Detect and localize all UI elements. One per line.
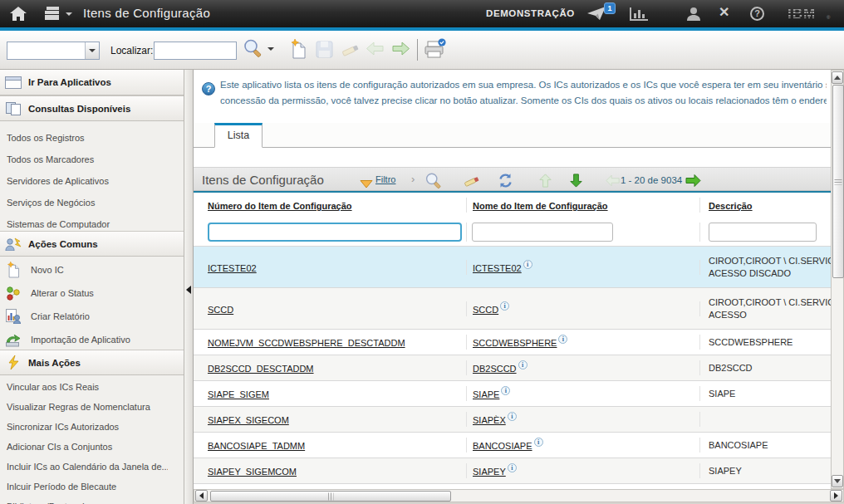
ci-number-link[interactable]: SIAPEX_SIGECOM — [208, 415, 289, 425]
table-row[interactable]: BANCOSIAPE_TADMM BANCOSIAPE BANCOSIAPE — [194, 432, 831, 458]
combo-dropdown-button[interactable] — [85, 42, 99, 59]
column-header-descricao[interactable]: Descrição — [709, 201, 753, 211]
sidebar-item-todos-os-marcadores[interactable]: Todos os Marcadores — [0, 149, 184, 170]
action-incluir-ics-calendario[interactable]: Incluir ICs ao Calendário da Janela de..… — [0, 457, 168, 477]
search-options-chevron-icon[interactable] — [267, 47, 274, 51]
next-page-icon[interactable] — [685, 173, 701, 192]
sidebar: Ir Para Aplicativos Consultas Disponívei… — [0, 70, 184, 504]
applications-menu-icon[interactable] — [43, 7, 61, 23]
scroll-left-button[interactable] — [195, 490, 208, 502]
ci-name-link[interactable]: DB2SCCD — [473, 364, 517, 374]
move-row-down-icon[interactable] — [568, 173, 584, 192]
scroll-right-button[interactable] — [830, 490, 842, 502]
scroll-down-button[interactable] — [832, 475, 843, 487]
ci-number-link[interactable]: NOMEJVM_SCCDWEBSPHERE_DESCTADDM — [208, 338, 405, 348]
action-incluir-periodo-blecaute[interactable]: Inlcuir Período de Blecaute — [0, 477, 168, 497]
new-record-icon[interactable] — [289, 39, 307, 62]
row-info-icon[interactable] — [518, 360, 528, 369]
sidebar-section-go-to-applications[interactable]: Ir Para Aplicativos — [0, 70, 184, 95]
row-info-icon[interactable] — [508, 463, 517, 472]
table-row[interactable]: ICTESTE02 ICTESTE02 CIROOT,CIROOT \ CI.S… — [194, 246, 831, 287]
table-row[interactable]: DB2SCCD_DESCTADDM DB2SCCD DB2SCCD — [194, 355, 831, 380]
filter-triangle-icon[interactable] — [360, 177, 373, 192]
table-row-partial[interactable] — [194, 483, 831, 489]
column-header-numero[interactable]: Número do Item de Configuração — [208, 201, 352, 211]
table-search-icon[interactable] — [424, 172, 442, 193]
ci-number-link[interactable]: SIAPEY_SIGEMCOM — [208, 467, 297, 477]
previous-record-icon[interactable] — [366, 40, 385, 61]
scrollbar-thumb[interactable] — [210, 491, 451, 502]
ci-number-link[interactable]: SCCD — [208, 305, 233, 315]
help-icon[interactable]: ? — [750, 7, 764, 21]
action-criar-relatorio[interactable]: Criar Relatório — [0, 305, 184, 328]
sidebar-section-more-actions[interactable]: Mais Ações — [0, 350, 184, 375]
sidebar-item-todos-os-registros[interactable]: Todos os Registros — [0, 127, 184, 149]
previous-page-icon[interactable] — [606, 174, 621, 191]
row-info-icon[interactable] — [508, 412, 517, 421]
ci-number-link[interactable]: ICTESTE02 — [208, 263, 257, 273]
application-window: Itens de Configuração DEMONSTRAÇÃO 1 ✕ ?… — [0, 0, 844, 504]
sidebar-collapse-strip[interactable] — [184, 70, 194, 504]
ci-number-link[interactable]: SIAPE_SIGEM — [208, 389, 269, 399]
collapse-left-icon[interactable] — [186, 286, 191, 294]
row-info-icon[interactable] — [500, 301, 509, 311]
sidebar-section-available-queries[interactable]: Consultas Disponíveis — [0, 95, 184, 121]
localizar-input[interactable] — [154, 42, 237, 60]
table-row[interactable]: SIAPE_SIGEM SIAPE SIAPE — [194, 380, 831, 406]
search-icon[interactable] — [243, 38, 263, 61]
sidebar-item-servidores-de-aplicativos[interactable]: Servidores de Aplicativos — [0, 170, 184, 192]
chevron-down-icon[interactable] — [66, 12, 72, 16]
ci-name-link[interactable]: SCCDWEBSPHERE — [473, 338, 557, 348]
table-row[interactable]: SIAPEX_SIGECOM SIAPÈX — [194, 406, 831, 432]
row-info-icon[interactable] — [501, 386, 510, 395]
action-visualizar-regras[interactable]: Visualizar Regras de Nomenclatura — [0, 397, 168, 417]
table-row[interactable]: SCCD SCCD CIROOT,CIROOT \ CI.SERVICE \ A… — [194, 287, 831, 329]
filter-input-numero[interactable] — [208, 223, 462, 242]
filter-link[interactable]: Filtro — [375, 174, 395, 184]
save-icon[interactable] — [316, 41, 333, 61]
ci-name-link[interactable]: ICTESTE02 — [473, 263, 522, 273]
profile-icon[interactable] — [686, 7, 701, 24]
sidebar-section-common-actions[interactable]: Ações Comuns — [0, 231, 184, 257]
ci-name-link[interactable]: SIAPÈX — [473, 415, 506, 425]
clear-changes-icon[interactable] — [340, 42, 361, 61]
ci-number-link[interactable]: BANCOSIAPE_TADMM — [208, 441, 305, 451]
next-record-icon[interactable] — [390, 40, 410, 61]
action-novo-ic[interactable]: Novo IC — [0, 258, 184, 281]
sidebar-item-servicos-de-negocios[interactable]: Serviços de Negócios — [0, 192, 184, 213]
scrollbar-thumb[interactable] — [832, 85, 844, 278]
row-info-icon[interactable] — [523, 260, 532, 269]
row-info-icon[interactable] — [558, 335, 567, 344]
refresh-icon[interactable] — [498, 173, 513, 192]
action-importacao-de-aplicativo[interactable]: Importação de Aplicativo — [0, 328, 184, 351]
filter-input-nome[interactable] — [472, 223, 613, 242]
ci-number-link[interactable]: DB2SCCD_DESCTADDM — [208, 364, 314, 374]
action-sincronizar-ics[interactable]: Sincronizar ICs Autorizados — [0, 417, 168, 437]
ci-name-link[interactable]: SCCD — [473, 305, 498, 315]
filter-input-descricao[interactable] — [709, 223, 817, 242]
action-adicionar-cis[interactable]: Adicionar CIs a Conjuntos — [0, 437, 168, 457]
expand-chevron-icon[interactable]: › — [411, 173, 415, 185]
notification-badge[interactable]: 1 — [604, 2, 616, 14]
table-row[interactable]: NOMEJVM_SCCDWEBSPHERE_DESCTADDM SCCDWEBS… — [194, 329, 831, 355]
ci-name-link[interactable]: SIAPEY — [473, 467, 506, 477]
print-icon[interactable] — [424, 38, 446, 62]
table-row[interactable]: SIAPEY_SIGEMCOM SIAPEY SIAPEY — [194, 458, 831, 483]
row-info-icon[interactable] — [534, 438, 543, 447]
saved-query-combobox[interactable] — [7, 42, 100, 60]
tab-lista[interactable]: Lista — [214, 123, 263, 148]
close-icon[interactable]: ✕ — [719, 4, 729, 20]
reports-chart-icon[interactable] — [630, 7, 648, 24]
clear-filter-icon[interactable] — [461, 174, 483, 191]
ci-name-link[interactable]: SIAPE — [473, 389, 499, 399]
move-row-up-icon[interactable] — [537, 173, 553, 192]
action-alterar-o-status[interactable]: Alterar o Status — [0, 281, 184, 305]
column-header-nome[interactable]: Nome do Item de Configuração — [473, 201, 608, 211]
scroll-up-button[interactable] — [832, 71, 843, 84]
ci-name-link[interactable]: BANCOSIAPE — [473, 441, 532, 451]
action-vincular-aos-ics-reais[interactable]: Vincular aos ICs Reais — [0, 377, 168, 397]
home-icon[interactable] — [10, 7, 27, 24]
action-biblioteca-pastas-anexos[interactable]: Biblioteca/Pastas de anexos — [0, 497, 168, 504]
horizontal-scrollbar[interactable] — [194, 489, 844, 502]
vertical-scrollbar[interactable] — [831, 70, 844, 489]
